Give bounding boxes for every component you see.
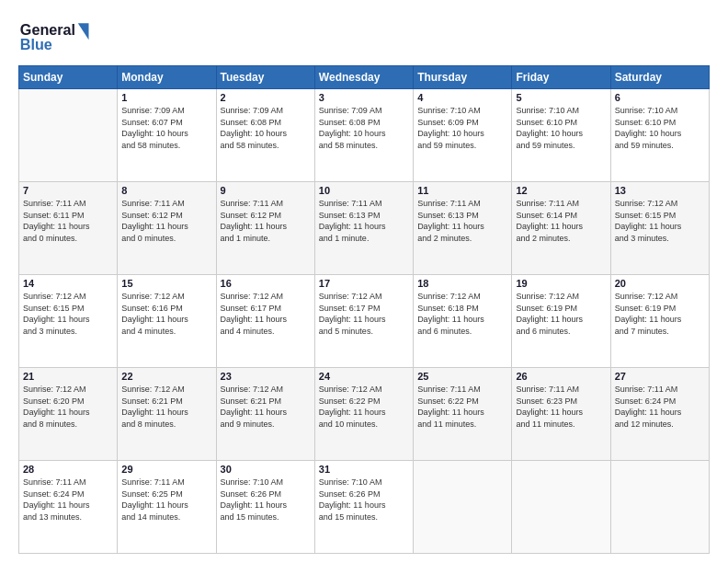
day-number: 15 xyxy=(121,278,211,289)
day-number: 6 xyxy=(615,92,705,103)
calendar-day-cell: 9Sunrise: 7:11 AM Sunset: 6:12 PM Daylig… xyxy=(216,182,314,275)
day-info: Sunrise: 7:12 AM Sunset: 6:20 PM Dayligh… xyxy=(23,384,113,430)
day-number: 11 xyxy=(417,185,507,196)
calendar-header-row: SundayMondayTuesdayWednesdayThursdayFrid… xyxy=(19,66,710,89)
calendar-day-cell: 24Sunrise: 7:12 AM Sunset: 6:22 PM Dayli… xyxy=(314,368,413,461)
day-number: 5 xyxy=(516,92,606,103)
calendar-day-cell: 29Sunrise: 7:11 AM Sunset: 6:25 PM Dayli… xyxy=(118,461,216,554)
calendar-day-cell: 20Sunrise: 7:12 AM Sunset: 6:19 PM Dayli… xyxy=(610,275,709,368)
day-number: 13 xyxy=(615,185,705,196)
calendar-header-monday: Monday xyxy=(118,66,216,89)
calendar-day-cell: 15Sunrise: 7:12 AM Sunset: 6:16 PM Dayli… xyxy=(118,275,216,368)
calendar-week-row: 14Sunrise: 7:12 AM Sunset: 6:15 PM Dayli… xyxy=(19,275,710,368)
calendar-week-row: 28Sunrise: 7:11 AM Sunset: 6:24 PM Dayli… xyxy=(19,461,710,554)
day-number: 18 xyxy=(417,278,507,289)
calendar-day-cell: 7Sunrise: 7:11 AM Sunset: 6:11 PM Daylig… xyxy=(19,182,118,275)
day-info: Sunrise: 7:09 AM Sunset: 6:08 PM Dayligh… xyxy=(221,105,311,151)
day-info: Sunrise: 7:11 AM Sunset: 6:24 PM Dayligh… xyxy=(23,477,113,523)
calendar-day-cell xyxy=(19,89,118,182)
calendar-day-cell: 10Sunrise: 7:11 AM Sunset: 6:13 PM Dayli… xyxy=(314,182,413,275)
calendar-day-cell: 21Sunrise: 7:12 AM Sunset: 6:20 PM Dayli… xyxy=(19,368,118,461)
day-number: 1 xyxy=(121,92,211,103)
calendar-day-cell: 14Sunrise: 7:12 AM Sunset: 6:15 PM Dayli… xyxy=(19,275,118,368)
day-info: Sunrise: 7:11 AM Sunset: 6:22 PM Dayligh… xyxy=(417,384,507,430)
day-info: Sunrise: 7:12 AM Sunset: 6:17 PM Dayligh… xyxy=(221,291,311,337)
day-number: 24 xyxy=(319,371,409,382)
svg-text:General: General xyxy=(20,21,75,38)
calendar-day-cell: 6Sunrise: 7:10 AM Sunset: 6:10 PM Daylig… xyxy=(610,89,709,182)
day-number: 30 xyxy=(221,464,311,475)
day-info: Sunrise: 7:12 AM Sunset: 6:21 PM Dayligh… xyxy=(121,384,211,430)
calendar-day-cell: 8Sunrise: 7:11 AM Sunset: 6:12 PM Daylig… xyxy=(118,182,216,275)
day-number: 7 xyxy=(23,185,113,196)
day-info: Sunrise: 7:12 AM Sunset: 6:19 PM Dayligh… xyxy=(516,291,606,337)
day-info: Sunrise: 7:09 AM Sunset: 6:08 PM Dayligh… xyxy=(319,105,409,151)
calendar-day-cell: 5Sunrise: 7:10 AM Sunset: 6:10 PM Daylig… xyxy=(512,89,610,182)
day-number: 10 xyxy=(319,185,409,196)
calendar-table: SundayMondayTuesdayWednesdayThursdayFrid… xyxy=(18,65,710,554)
day-info: Sunrise: 7:12 AM Sunset: 6:21 PM Dayligh… xyxy=(221,384,311,430)
calendar-week-row: 21Sunrise: 7:12 AM Sunset: 6:20 PM Dayli… xyxy=(19,368,710,461)
day-info: Sunrise: 7:11 AM Sunset: 6:13 PM Dayligh… xyxy=(319,198,409,244)
day-info: Sunrise: 7:11 AM Sunset: 6:12 PM Dayligh… xyxy=(221,198,311,244)
calendar-day-cell: 30Sunrise: 7:10 AM Sunset: 6:26 PM Dayli… xyxy=(216,461,314,554)
calendar-day-cell: 2Sunrise: 7:09 AM Sunset: 6:08 PM Daylig… xyxy=(216,89,314,182)
day-info: Sunrise: 7:12 AM Sunset: 6:18 PM Dayligh… xyxy=(417,291,507,337)
calendar-day-cell: 13Sunrise: 7:12 AM Sunset: 6:15 PM Dayli… xyxy=(610,182,709,275)
day-number: 23 xyxy=(221,371,311,382)
day-number: 4 xyxy=(417,92,507,103)
day-number: 29 xyxy=(121,464,211,475)
calendar-day-cell: 19Sunrise: 7:12 AM Sunset: 6:19 PM Dayli… xyxy=(512,275,610,368)
logo: General Blue xyxy=(18,17,101,58)
calendar-day-cell: 23Sunrise: 7:12 AM Sunset: 6:21 PM Dayli… xyxy=(216,368,314,461)
day-info: Sunrise: 7:12 AM Sunset: 6:15 PM Dayligh… xyxy=(23,291,113,337)
calendar-day-cell: 27Sunrise: 7:11 AM Sunset: 6:24 PM Dayli… xyxy=(610,368,709,461)
calendar-header-sunday: Sunday xyxy=(19,66,118,89)
day-number: 25 xyxy=(417,371,507,382)
svg-text:Blue: Blue xyxy=(20,36,52,52)
calendar-day-cell: 11Sunrise: 7:11 AM Sunset: 6:13 PM Dayli… xyxy=(414,182,512,275)
day-number: 21 xyxy=(23,371,113,382)
day-number: 12 xyxy=(516,185,606,196)
day-number: 28 xyxy=(23,464,113,475)
svg-marker-2 xyxy=(78,23,89,40)
day-info: Sunrise: 7:09 AM Sunset: 6:07 PM Dayligh… xyxy=(121,105,211,151)
day-number: 31 xyxy=(319,464,409,475)
day-info: Sunrise: 7:11 AM Sunset: 6:13 PM Dayligh… xyxy=(417,198,507,244)
day-info: Sunrise: 7:11 AM Sunset: 6:24 PM Dayligh… xyxy=(615,384,705,430)
header: General Blue xyxy=(18,17,710,58)
day-number: 3 xyxy=(319,92,409,103)
calendar-header-friday: Friday xyxy=(512,66,610,89)
day-info: Sunrise: 7:12 AM Sunset: 6:16 PM Dayligh… xyxy=(121,291,211,337)
calendar-header-tuesday: Tuesday xyxy=(216,66,314,89)
calendar-day-cell: 17Sunrise: 7:12 AM Sunset: 6:17 PM Dayli… xyxy=(314,275,413,368)
calendar-day-cell: 4Sunrise: 7:10 AM Sunset: 6:09 PM Daylig… xyxy=(414,89,512,182)
day-info: Sunrise: 7:11 AM Sunset: 6:14 PM Dayligh… xyxy=(516,198,606,244)
day-info: Sunrise: 7:10 AM Sunset: 6:09 PM Dayligh… xyxy=(417,105,507,151)
calendar-week-row: 1Sunrise: 7:09 AM Sunset: 6:07 PM Daylig… xyxy=(19,89,710,182)
day-number: 20 xyxy=(615,278,705,289)
day-number: 27 xyxy=(615,371,705,382)
day-info: Sunrise: 7:12 AM Sunset: 6:22 PM Dayligh… xyxy=(319,384,409,430)
calendar-day-cell xyxy=(512,461,610,554)
day-number: 2 xyxy=(221,92,311,103)
calendar-day-cell: 31Sunrise: 7:10 AM Sunset: 6:26 PM Dayli… xyxy=(314,461,413,554)
calendar-week-row: 7Sunrise: 7:11 AM Sunset: 6:11 PM Daylig… xyxy=(19,182,710,275)
day-info: Sunrise: 7:10 AM Sunset: 6:26 PM Dayligh… xyxy=(221,477,311,523)
calendar-day-cell: 28Sunrise: 7:11 AM Sunset: 6:24 PM Dayli… xyxy=(19,461,118,554)
day-number: 19 xyxy=(516,278,606,289)
day-number: 9 xyxy=(221,185,311,196)
day-number: 22 xyxy=(121,371,211,382)
calendar-day-cell: 12Sunrise: 7:11 AM Sunset: 6:14 PM Dayli… xyxy=(512,182,610,275)
day-info: Sunrise: 7:12 AM Sunset: 6:15 PM Dayligh… xyxy=(615,198,705,244)
calendar-day-cell: 22Sunrise: 7:12 AM Sunset: 6:21 PM Dayli… xyxy=(118,368,216,461)
day-info: Sunrise: 7:12 AM Sunset: 6:19 PM Dayligh… xyxy=(615,291,705,337)
day-number: 16 xyxy=(221,278,311,289)
calendar-day-cell: 26Sunrise: 7:11 AM Sunset: 6:23 PM Dayli… xyxy=(512,368,610,461)
day-info: Sunrise: 7:11 AM Sunset: 6:23 PM Dayligh… xyxy=(516,384,606,430)
calendar-day-cell: 25Sunrise: 7:11 AM Sunset: 6:22 PM Dayli… xyxy=(414,368,512,461)
calendar-header-saturday: Saturday xyxy=(610,66,709,89)
calendar-day-cell xyxy=(414,461,512,554)
page: General Blue SundayMondayTuesdayWednesda… xyxy=(0,0,728,563)
calendar-header-wednesday: Wednesday xyxy=(314,66,413,89)
